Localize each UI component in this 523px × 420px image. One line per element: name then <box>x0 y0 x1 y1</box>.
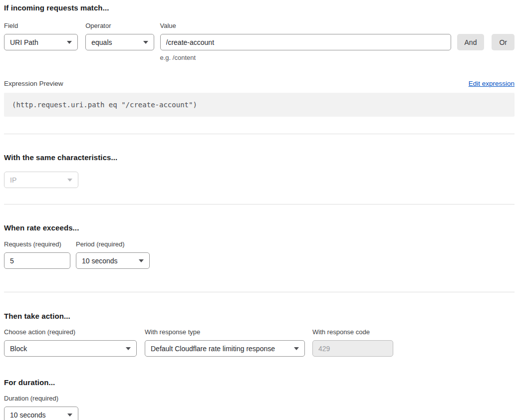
response-code-label: With response code <box>312 328 393 336</box>
duration-row: Duration (required) 10 seconds <box>4 395 515 420</box>
response-type-select-value: Default Cloudflare rate limiting respons… <box>151 345 275 353</box>
field-select-value: URI Path <box>10 38 38 46</box>
operator-select[interactable]: equals <box>85 34 154 50</box>
characteristics-row: IP <box>4 172 515 188</box>
chevron-down-icon <box>139 259 144 262</box>
duration-label: Duration (required) <box>4 395 78 402</box>
action-section-title: Then take action... <box>4 312 515 320</box>
field-select[interactable]: URI Path <box>4 34 78 50</box>
andor-buttons: And Or <box>457 34 515 50</box>
section-divider <box>4 134 515 134</box>
field-column: Field URI Path <box>4 22 78 50</box>
rate-section-title: When rate exceeds... <box>4 223 515 232</box>
period-select-value: 10 seconds <box>82 257 118 265</box>
field-label: Field <box>4 22 78 29</box>
response-type-label: With response type <box>145 328 305 336</box>
requests-column: Requests (required) <box>4 240 70 269</box>
duration-select[interactable]: 10 seconds <box>4 407 78 420</box>
characteristic-column: IP <box>4 172 78 188</box>
characteristics-section-title: With the same characteristics... <box>4 153 515 162</box>
requests-label: Requests (required) <box>4 240 70 248</box>
edit-expression-link[interactable]: Edit expression <box>469 80 515 87</box>
response-type-column: With response type Default Cloudflare ra… <box>145 328 305 357</box>
rate-row: Requests (required) Period (required) 10… <box>4 240 515 269</box>
operator-select-value: equals <box>91 38 112 46</box>
chevron-down-icon <box>143 41 148 44</box>
response-code-input <box>312 340 393 357</box>
action-column: Choose action (required) Block <box>4 328 137 357</box>
expression-preview-code: (http.request.uri.path eq "/create-accou… <box>4 93 515 117</box>
expression-preview-header: Expression Preview Edit expression <box>4 80 515 87</box>
rate-limiting-rule-form: If incoming requests match... Field URI … <box>0 0 523 420</box>
section-divider <box>4 292 515 292</box>
value-column: Value e.g. /content <box>160 22 451 61</box>
value-input[interactable] <box>160 34 451 50</box>
chevron-down-icon <box>294 347 299 350</box>
period-column: Period (required) 10 seconds <box>76 240 150 269</box>
characteristic-select[interactable]: IP <box>4 172 78 188</box>
expression-preview-label: Expression Preview <box>4 80 63 87</box>
operator-column: Operator equals <box>85 22 154 50</box>
or-button[interactable]: Or <box>492 34 515 50</box>
section-divider <box>4 204 515 205</box>
period-select[interactable]: 10 seconds <box>76 252 150 269</box>
action-select-value: Block <box>10 345 27 353</box>
action-label: Choose action (required) <box>4 328 137 336</box>
chevron-down-icon <box>67 179 72 182</box>
chevron-down-icon <box>67 41 72 44</box>
chevron-down-icon <box>67 414 72 417</box>
duration-section-title: For duration... <box>4 378 515 387</box>
chevron-down-icon <box>126 347 131 350</box>
expression-builder-row: Field URI Path Operator equals Value e.g… <box>4 22 515 61</box>
requests-input[interactable] <box>4 252 70 269</box>
and-button[interactable]: And <box>457 34 485 50</box>
action-select[interactable]: Block <box>4 340 137 357</box>
action-row: Choose action (required) Block With resp… <box>4 328 515 357</box>
response-type-select[interactable]: Default Cloudflare rate limiting respons… <box>145 340 305 357</box>
operator-label: Operator <box>85 22 154 29</box>
characteristic-select-value: IP <box>10 176 16 184</box>
duration-column: Duration (required) 10 seconds <box>4 395 78 420</box>
value-label: Value <box>160 22 451 29</box>
response-code-column: With response code <box>312 328 393 357</box>
match-section-title: If incoming requests match... <box>4 3 515 12</box>
duration-select-value: 10 seconds <box>10 411 46 419</box>
value-hint: e.g. /content <box>160 54 451 61</box>
period-label: Period (required) <box>76 240 150 248</box>
